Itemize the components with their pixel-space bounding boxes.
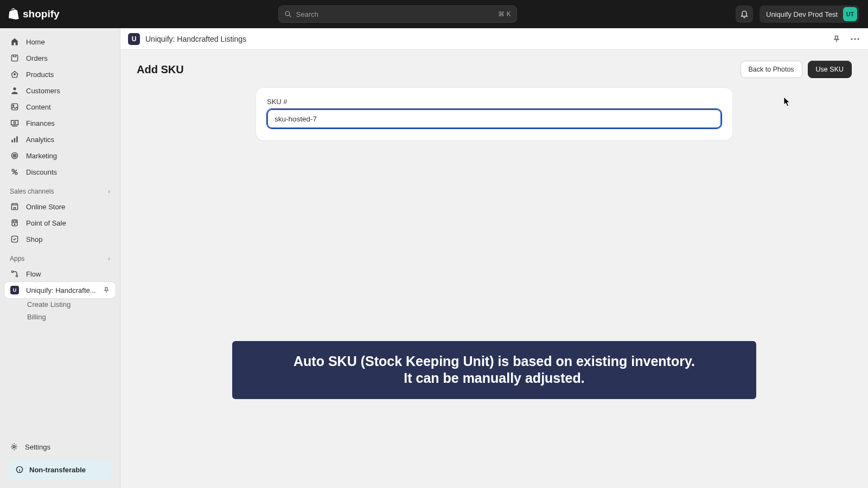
nontransferable-banner[interactable]: Non-transferable [9, 460, 111, 479]
sidebar-item-online-store[interactable]: Online Store [4, 198, 116, 215]
sidebar-item-settings[interactable]: Settings [4, 438, 116, 455]
use-sku-button[interactable]: Use SKU [808, 61, 852, 78]
products-icon [10, 69, 20, 79]
avatar: UT [843, 7, 857, 21]
sidebar-item-shop[interactable]: Shop [4, 231, 116, 247]
nav-label: Customers [26, 87, 60, 95]
shopify-logo[interactable]: shopify [9, 8, 60, 20]
back-to-photos-button[interactable]: Back to Photos [741, 61, 802, 78]
sidebar-item-pos[interactable]: Point of Sale [4, 215, 116, 231]
store-name: Uniquify Dev Prod Test [766, 10, 838, 18]
nav-label: Discounts [26, 168, 57, 176]
svg-point-26 [857, 38, 859, 40]
pin-button[interactable] [831, 34, 842, 44]
brand-label: shopify [23, 8, 60, 20]
nav-label: Products [26, 70, 54, 79]
nav-label: Shop [26, 235, 42, 243]
topbar: shopify Search ⌘ K Uniquify Dev Prod Tes… [0, 0, 868, 28]
customers-icon [10, 86, 20, 95]
svg-point-3 [13, 87, 16, 90]
section-apps[interactable]: Apps › [0, 247, 120, 266]
app-icon: U [128, 33, 140, 45]
sidebar-item-content[interactable]: Content [4, 99, 116, 115]
flow-icon [10, 269, 20, 279]
sidebar-item-orders[interactable]: Orders [4, 50, 116, 66]
search-input-box[interactable]: Search ⌘ K [278, 5, 517, 23]
nontransferable-label: Non-transferable [29, 466, 86, 474]
section-label: Apps [10, 255, 24, 262]
app-title-bar: U Uniquify: Handcrafted Listings [120, 28, 868, 50]
chevron-right-icon: › [108, 188, 110, 195]
home-icon [10, 37, 20, 47]
nav-label: Online Store [26, 203, 65, 211]
nav-label: Orders [26, 54, 48, 62]
svg-point-12 [14, 155, 15, 156]
nav-label: Marketing [26, 152, 57, 160]
pin-icon[interactable] [103, 286, 110, 294]
page-header: Add SKU Back to Photos Use SKU [120, 50, 868, 86]
search-wrapper: Search ⌘ K [60, 5, 736, 23]
pos-icon [10, 218, 20, 228]
bell-icon [740, 10, 749, 18]
search-placeholder: Search [296, 10, 494, 18]
notifications-button[interactable] [736, 5, 753, 23]
nav-label: Content [26, 103, 51, 111]
page-title: Add SKU [137, 63, 184, 76]
nav-label: Analytics [26, 136, 54, 144]
sidebar-item-discounts[interactable]: Discounts [4, 164, 116, 180]
nav-label: Finances [26, 119, 55, 127]
sidebar-item-customers[interactable]: Customers [4, 82, 116, 99]
more-button[interactable] [850, 34, 860, 44]
sidebar-sub-create-listing[interactable]: Create Listing [4, 298, 116, 311]
sku-field-label: SKU # [267, 98, 722, 106]
content: SKU # Auto SKU (Stock Keeping Unit) is b… [120, 86, 868, 401]
svg-rect-4 [11, 104, 17, 110]
sidebar: Home Orders Products Customers Content F… [0, 28, 120, 488]
analytics-icon [10, 134, 20, 144]
svg-point-2 [14, 74, 15, 75]
svg-point-22 [13, 446, 15, 448]
sidebar-item-marketing[interactable]: Marketing [4, 147, 116, 164]
svg-point-0 [285, 11, 290, 16]
sidebar-item-finances[interactable]: Finances [4, 115, 116, 131]
sidebar-item-products[interactable]: Products [4, 66, 116, 82]
topbar-right: Uniquify Dev Prod Test UT [736, 5, 859, 23]
svg-rect-7 [11, 140, 12, 143]
main: U Uniquify: Handcrafted Listings Add SKU… [120, 28, 868, 488]
nav-label: Settings [25, 443, 50, 451]
search-kbd: ⌘ K [498, 10, 510, 18]
gear-icon [10, 442, 18, 451]
sidebar-item-flow[interactable]: Flow [4, 266, 116, 282]
nav-label: Point of Sale [26, 219, 66, 227]
orders-icon [10, 53, 20, 63]
search-icon [284, 10, 292, 18]
nav-label: Home [26, 38, 45, 46]
svg-rect-17 [13, 221, 16, 222]
shopify-bag-icon [9, 8, 20, 20]
svg-rect-9 [16, 136, 17, 142]
sidebar-item-uniquify[interactable]: U Uniquify: Handcrafte... [4, 282, 116, 298]
discounts-icon [10, 167, 20, 177]
sidebar-sub-billing[interactable]: Billing [4, 311, 116, 323]
svg-point-14 [15, 172, 17, 175]
sidebar-item-analytics[interactable]: Analytics [4, 131, 116, 147]
sidebar-item-home[interactable]: Home [4, 34, 116, 50]
sku-input[interactable] [267, 109, 722, 129]
section-label: Sales channels [10, 188, 54, 195]
svg-point-20 [11, 271, 13, 272]
marketing-icon [10, 151, 20, 160]
svg-point-6 [14, 121, 16, 124]
nav-label: Flow [26, 270, 41, 278]
svg-point-24 [851, 38, 852, 40]
svg-point-25 [854, 38, 856, 40]
shop-icon [10, 234, 20, 244]
banner-line-1: Auto SKU (Stock Keeping Unit) is based o… [246, 353, 742, 370]
svg-point-5 [13, 105, 14, 106]
finances-icon [10, 118, 20, 128]
svg-rect-1 [11, 55, 17, 61]
banner-line-2: It can be manually adjusted. [246, 370, 742, 387]
section-sales-channels[interactable]: Sales channels › [0, 180, 120, 198]
info-banner: Auto SKU (Stock Keeping Unit) is based o… [232, 341, 756, 399]
app-title: Uniquify: Handcrafted Listings [145, 35, 246, 43]
store-switcher[interactable]: Uniquify Dev Prod Test UT [760, 5, 859, 23]
